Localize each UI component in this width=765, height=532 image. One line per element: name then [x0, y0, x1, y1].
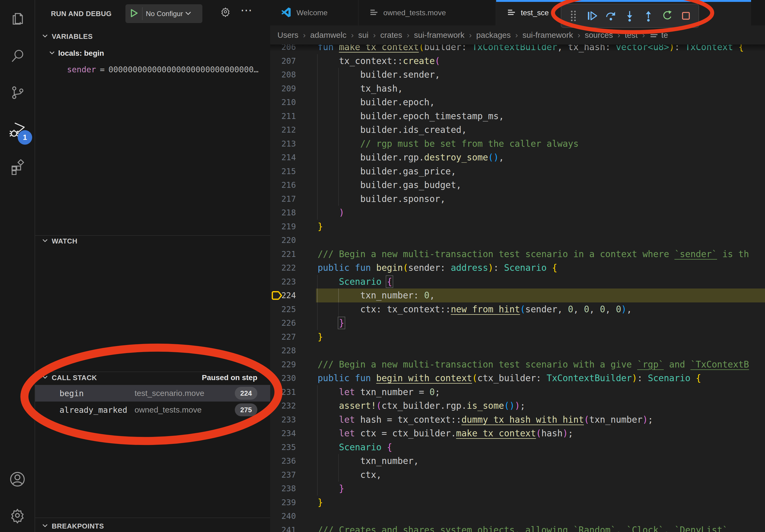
dropdown-divider	[142, 7, 143, 20]
code-text: builder.sponsor,	[318, 192, 445, 206]
code-text: // rgp must be set from the caller alway…	[318, 137, 579, 151]
breadcrumb-separator: ›	[298, 31, 310, 40]
divider	[35, 518, 270, 518]
breadcrumb-item[interactable]: te	[661, 31, 668, 40]
code-line: 231 let txn_number = 0;	[270, 385, 765, 399]
config-label: No Configur	[146, 10, 183, 18]
drag-handle-icon	[567, 9, 579, 23]
section-watch[interactable]: WATCH	[35, 234, 270, 249]
code-text: /// Begin a new multi-transaction test s…	[318, 247, 749, 261]
line-number: 233	[278, 413, 296, 427]
code-text: ctx,	[318, 468, 382, 482]
line-number: 222	[278, 261, 296, 275]
stop-button[interactable]	[677, 6, 695, 26]
code-line: 224 txn_number: 0,	[270, 289, 765, 302]
step-out-button[interactable]	[639, 6, 658, 26]
code-line: 225 ctx: tx_context::new_from_hint(sende…	[270, 302, 765, 316]
section-breakpoints[interactable]: BREAKPOINTS	[35, 519, 270, 532]
code-text: builder.gas_price,	[318, 164, 456, 178]
breadcrumb-item[interactable]: adamwelc	[310, 31, 346, 40]
line-number: 234	[278, 426, 296, 440]
code-editor[interactable]: 206fun make_tx_context(builder: TxContex…	[270, 0, 765, 532]
section-variables[interactable]: VARIABLES	[35, 29, 270, 44]
line-number: 207	[278, 54, 296, 68]
paused-line-marker-icon	[271, 290, 283, 302]
line-number: 238	[278, 482, 296, 496]
activity-bar: 1	[0, 0, 35, 532]
restart-button[interactable]	[658, 6, 677, 26]
code-line: 220	[270, 233, 765, 247]
account-icon[interactable]	[0, 464, 35, 494]
breadcrumb: Users›adamwelc›sui›crates›sui-framework›…	[270, 25, 765, 45]
launch-config-dropdown[interactable]: No Configur	[125, 4, 202, 23]
variables-scope-row[interactable]: locals: begin	[35, 46, 270, 61]
line-number: 232	[278, 399, 296, 413]
continue-button[interactable]	[583, 6, 601, 26]
breadcrumb-item[interactable]: sources	[585, 31, 613, 40]
code-text: }	[318, 220, 323, 234]
search-icon[interactable]	[0, 41, 35, 71]
explorer-icon[interactable]	[0, 4, 35, 33]
line-number: 214	[278, 150, 296, 164]
line-number: 217	[278, 192, 296, 206]
editor-group: 206fun make_tx_context(builder: TxContex…	[270, 0, 765, 532]
debug-toolbar	[561, 4, 699, 28]
code-text: builder.gas_budget,	[318, 178, 461, 192]
line-number: 215	[278, 164, 296, 178]
code-text: tx_hash,	[318, 82, 403, 96]
chevron-down-icon	[42, 238, 48, 244]
breadcrumb-item[interactable]: crates	[381, 31, 402, 40]
code-line: 222public fun begin(sender: address): Sc…	[270, 261, 765, 275]
tab-welcome[interactable]: Welcome	[270, 0, 359, 25]
code-line: 212 builder.ids_created,	[270, 123, 765, 137]
breadcrumb-item[interactable]: sui	[358, 31, 368, 40]
more-actions-icon[interactable]: ⋯	[241, 4, 252, 16]
breadcrumb-item[interactable]: Users	[278, 31, 298, 40]
scope-label: locals: begin	[58, 49, 104, 58]
stop-icon	[680, 10, 692, 22]
code-text: let ctx = ctx_builder.make_tx_context(ha…	[318, 426, 573, 440]
source-control-icon[interactable]	[0, 78, 35, 108]
frame-file: owned_tests.move	[135, 405, 202, 414]
settings-gear-icon[interactable]	[0, 501, 35, 530]
line-number: 208	[278, 68, 296, 82]
extensions-icon[interactable]	[0, 152, 35, 182]
code-line: 219}	[270, 220, 765, 234]
line-number: 216	[278, 178, 296, 192]
call-stack-frame[interactable]: already_markedowned_tests.move275	[35, 401, 270, 418]
drag-handle[interactable]	[564, 6, 583, 26]
code-line: 230public fun begin_with_context(ctx_bui…	[270, 371, 765, 385]
line-number: 237	[278, 468, 296, 482]
code-line: 238 }	[270, 482, 765, 496]
line-number: 225	[278, 302, 296, 316]
code-line: 218 )	[270, 206, 765, 220]
call-stack-frame[interactable]: begintest_scenario.move224	[35, 385, 270, 401]
code-line: 211 builder.epoch_timestamp_ms,	[270, 109, 765, 123]
breadcrumb-item[interactable]: test	[625, 31, 638, 40]
code-line: 232 assert!(ctx_builder.rgp.is_some());	[270, 399, 765, 413]
variable-row[interactable]: sender = 000000000000000000000000000000…	[67, 62, 265, 77]
line-number: 221	[278, 247, 296, 261]
tab-owned-tests-move[interactable]: owned_tests.move	[359, 0, 496, 25]
restart-icon	[661, 10, 673, 22]
vscode-logo-icon	[281, 7, 292, 19]
breadcrumb-item[interactable]: sui-framework	[414, 31, 464, 40]
line-number: 228	[278, 344, 296, 358]
chevron-down-icon	[185, 11, 192, 17]
code-text: Scenario {	[318, 275, 392, 289]
section-label: VARIABLES	[52, 32, 93, 41]
step-over-button[interactable]	[601, 6, 620, 26]
breadcrumb-separator: ›	[402, 31, 414, 40]
settings-gear-icon[interactable]	[220, 6, 231, 19]
code-text: }	[318, 316, 344, 330]
line-number: 219	[278, 220, 296, 234]
frame-file: test_scenario.move	[135, 389, 204, 398]
breadcrumb-item[interactable]: sui-framework	[522, 31, 573, 40]
step-into-button[interactable]	[620, 6, 639, 26]
code-text: public fun begin(sender: address): Scena…	[318, 261, 557, 275]
code-text: builder.epoch_timestamp_ms,	[318, 109, 504, 123]
line-number: 227	[278, 330, 296, 344]
variable-value: 000000000000000000000000000000…	[108, 65, 259, 74]
breadcrumb-item[interactable]: packages	[476, 31, 511, 40]
code-line: 216 builder.gas_budget,	[270, 178, 765, 192]
